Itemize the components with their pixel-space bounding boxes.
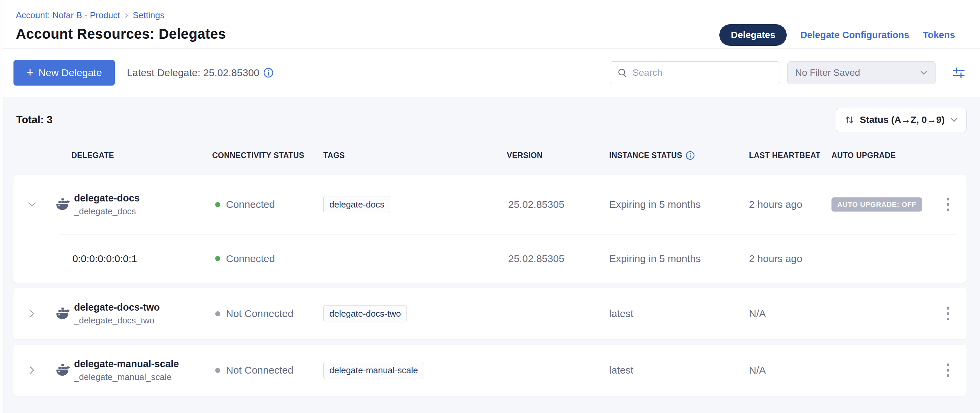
search-icon	[617, 67, 628, 78]
instance-status-cell: latest	[608, 365, 748, 376]
disconnected-dot	[215, 311, 220, 316]
instance-status-cell: Expiring in 5 months	[608, 199, 748, 210]
tags-cell: delegate-docs-two	[323, 305, 507, 322]
col-last-heartbeat: LAST HEARTBEAT	[748, 151, 830, 160]
col-version: VERSION	[507, 151, 608, 160]
chevron-down-icon	[950, 116, 958, 124]
toolbar-right: No Filter Saved	[610, 61, 967, 84]
auto-upgrade-cell: AUTO UPGRADE: OFF	[830, 198, 929, 212]
tab-tokens[interactable]: Tokens	[923, 30, 955, 40]
row-menu-button[interactable]	[943, 195, 953, 215]
new-delegate-button[interactable]: + New Delegate	[13, 60, 115, 86]
new-delegate-button-label: New Delegate	[38, 67, 102, 78]
col-connectivity-status: CONNECTIVITY STATUS	[212, 151, 323, 160]
expand-row-button[interactable]	[13, 365, 51, 375]
latest-delegate-info: Latest Delegate: 25.02.85300	[127, 67, 274, 78]
row-menu-button[interactable]	[943, 303, 953, 324]
instance-status-cell: Expiring in 5 months	[608, 253, 748, 265]
plus-icon: +	[26, 66, 34, 78]
connected-dot	[215, 202, 220, 207]
col-tags: TAGS	[323, 151, 507, 160]
docker-whale-icon	[55, 363, 71, 377]
last-heartbeat-cell: 2 hours ago	[748, 199, 830, 210]
delegate-card-delegate-docs: delegate-docs _delegate_docs Connected d…	[13, 175, 967, 283]
docker-whale-icon	[55, 306, 71, 321]
filter-sliders-button[interactable]	[951, 65, 967, 81]
last-heartbeat-cell: N/A	[748, 365, 830, 376]
sort-arrows-icon	[844, 115, 854, 125]
page-header: Account: Nofar B - Product › Settings Ac…	[0, 0, 980, 48]
delegate-card-delegate-manual-scale: delegate-manual-scale _delegate_manual_s…	[13, 344, 967, 396]
last-heartbeat-cell: N/A	[748, 308, 830, 319]
delegates-content: Total: 3 Status (A→Z, 0→9) DELEGATE CONN…	[0, 97, 980, 413]
tag-chip: delegate-manual-scale	[323, 362, 424, 379]
tab-delegate-configurations[interactable]: Delegate Configurations	[800, 30, 909, 40]
search-input[interactable]	[632, 67, 773, 78]
chevron-down-icon	[27, 200, 37, 209]
delegate-name: delegate-docs-two	[74, 302, 160, 313]
disconnected-dot	[215, 368, 220, 373]
chevron-right-icon	[28, 309, 37, 319]
toolbar: + New Delegate Latest Delegate: 25.02.85…	[0, 48, 980, 97]
collapse-row-button[interactable]	[13, 200, 51, 209]
delegate-name: delegate-docs	[74, 193, 140, 204]
summary-row: Total: 3 Status (A→Z, 0→9)	[13, 97, 967, 132]
delegate-id: _delegate_manual_scale	[74, 372, 179, 382]
delegate-id: _delegate_docs	[74, 206, 140, 217]
version-cell: 25.02.85305	[507, 253, 608, 265]
tag-chip: delegate-docs-two	[323, 305, 407, 322]
breadcrumb: Account: Nofar B - Product › Settings	[16, 10, 955, 21]
sort-label: Status (A→Z, 0→9)	[860, 115, 945, 125]
delegate-name-cell: delegate-docs _delegate_docs	[51, 193, 212, 217]
version-cell: 25.02.85305	[507, 199, 608, 210]
breadcrumb-chevron-icon: ›	[125, 10, 128, 20]
delegate-card-delegate-docs-two: delegate-docs-two _delegate_docs_two Not…	[13, 288, 967, 339]
latest-delegate-text: Latest Delegate: 25.02.85300	[127, 67, 260, 78]
connectivity-cell: Connected	[212, 199, 323, 210]
instance-status-cell: latest	[608, 308, 748, 319]
connectivity-cell: Connected	[212, 253, 323, 265]
total-count: Total: 3	[16, 114, 52, 126]
delegate-row[interactable]: delegate-manual-scale _delegate_manual_s…	[13, 344, 967, 396]
filter-sliders-icon	[951, 65, 966, 80]
col-auto-upgrade: AUTO UPGRADE	[830, 151, 929, 160]
expand-row-button[interactable]	[13, 309, 51, 319]
auto-upgrade-badge: AUTO UPGRADE: OFF	[832, 198, 922, 212]
sort-dropdown[interactable]: Status (A→Z, 0→9)	[836, 108, 967, 132]
connectivity-text: Not Connected	[226, 365, 293, 376]
chevron-right-icon	[28, 365, 37, 375]
col-instance-status: INSTANCE STATUS	[608, 151, 748, 160]
tag-chip: delegate-docs	[323, 196, 390, 213]
row-menu-button[interactable]	[943, 360, 953, 380]
delegate-name: delegate-manual-scale	[74, 359, 179, 370]
docker-whale-icon	[55, 198, 71, 212]
delegate-name-cell: delegate-docs-two _delegate_docs_two	[51, 302, 212, 326]
connectivity-text: Not Connected	[226, 308, 293, 319]
breadcrumb-settings-link[interactable]: Settings	[133, 10, 164, 21]
connected-dot	[215, 256, 220, 261]
tags-cell: delegate-docs	[323, 196, 507, 213]
table-header-row: DELEGATE CONNECTIVITY STATUS TAGS VERSIO…	[13, 151, 967, 160]
connectivity-cell: Not Connected	[212, 308, 323, 319]
delegate-row[interactable]: delegate-docs _delegate_docs Connected d…	[13, 175, 967, 234]
saved-filter-label: No Filter Saved	[795, 67, 920, 78]
resource-tabs: Delegates Delegate Configurations Tokens	[719, 24, 955, 46]
connectivity-text: Connected	[226, 199, 275, 210]
delegate-row[interactable]: delegate-docs-two _delegate_docs_two Not…	[13, 288, 967, 339]
breadcrumb-account-link[interactable]: Account: Nofar B - Product	[16, 10, 120, 21]
col-delegate: DELEGATE	[51, 151, 212, 160]
connectivity-cell: Not Connected	[212, 365, 323, 376]
collapsed-sidebar-edge	[0, 0, 3, 413]
delegate-id: _delegate_docs_two	[74, 315, 160, 326]
tab-delegates[interactable]: Delegates	[719, 24, 787, 46]
delegate-name-cell: delegate-manual-scale _delegate_manual_s…	[51, 359, 212, 382]
info-icon[interactable]	[686, 151, 695, 160]
tags-cell: delegate-manual-scale	[323, 362, 507, 379]
saved-filter-dropdown[interactable]: No Filter Saved	[788, 61, 935, 84]
instance-ip: 0:0:0:0:0:0:0:1	[51, 253, 212, 265]
info-icon[interactable]	[263, 68, 274, 78]
connectivity-text: Connected	[226, 253, 275, 265]
chevron-down-icon	[920, 69, 928, 77]
search-box	[610, 61, 780, 84]
last-heartbeat-cell: 2 hours ago	[748, 253, 830, 265]
